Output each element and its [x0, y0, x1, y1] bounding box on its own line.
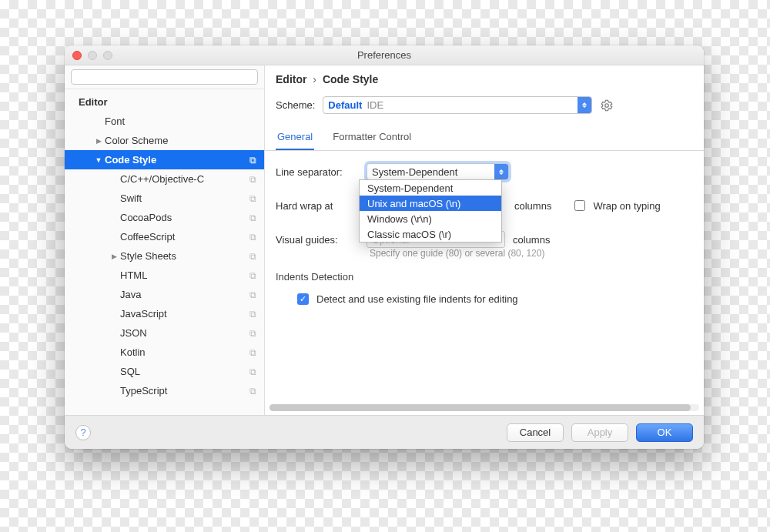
sidebar-item-cocoapods[interactable]: CocoaPods⧉ — [65, 208, 264, 227]
copy-icon: ⧉ — [249, 328, 256, 339]
scheme-label: Scheme: — [276, 99, 315, 111]
sidebar-item-label: Kotlin — [120, 346, 146, 358]
scheme-row: Scheme: Default IDE — [265, 92, 704, 126]
sidebar-item-json[interactable]: JSON⧉ — [65, 323, 264, 343]
visual-guides-unit: columns — [513, 234, 550, 246]
sidebar-item-label: CocoaPods — [120, 212, 172, 223]
horizontal-scrollbar[interactable] — [265, 404, 704, 415]
detect-indents-label: Detect and use existing file indents for… — [316, 293, 518, 305]
tab-formatter-control[interactable]: Formatter Control — [331, 126, 413, 150]
line-separator-row: Line separator: System-Dependent — [276, 163, 693, 180]
sidebar-item-label: TypeScript — [120, 385, 167, 396]
sidebar-item-label: Editor — [79, 96, 108, 108]
sidebar-item-label: HTML — [120, 269, 147, 281]
sidebar-item-label: Code Style — [105, 154, 156, 166]
sidebar-item-html[interactable]: HTML⧉ — [65, 266, 264, 285]
line-separator-label: Line separator: — [276, 166, 359, 178]
dropdown-arrows-icon — [578, 97, 591, 113]
copy-icon: ⧉ — [249, 366, 256, 377]
sidebar-item-sql[interactable]: SQL⧉ — [65, 362, 264, 381]
hard-wrap-unit: columns — [514, 200, 551, 212]
sidebar-item-swift[interactable]: Swift⧉ — [65, 189, 264, 208]
window-body: Editor Font▶Color Scheme▼Code Style⧉C/C+… — [65, 65, 704, 415]
detect-indents-row: ✓ Detect and use existing file indents f… — [297, 293, 693, 305]
sidebar-item-java[interactable]: Java⧉ — [65, 285, 264, 304]
copy-icon: ⧉ — [249, 232, 256, 243]
line-separator-option[interactable]: Classic macOS (\r) — [360, 226, 501, 242]
sidebar-item-label: Swift — [120, 192, 142, 204]
help-icon[interactable]: ? — [75, 425, 91, 440]
sidebar-item-color-scheme[interactable]: ▶Color Scheme — [65, 131, 264, 150]
preferences-window: Preferences Editor Font▶Color Scheme▼Cod… — [65, 45, 704, 449]
copy-icon: ⧉ — [249, 289, 256, 300]
copy-icon: ⧉ — [249, 309, 256, 320]
sidebar-tree[interactable]: Editor Font▶Color Scheme▼Code Style⧉C/C+… — [65, 89, 264, 415]
sidebar: Editor Font▶Color Scheme▼Code Style⧉C/C+… — [65, 65, 265, 415]
breadcrumb-codestyle: Code Style — [323, 73, 378, 85]
sidebar-item-coffeescript[interactable]: CoffeeScript⧉ — [65, 227, 264, 246]
indents-detection-title: Indents Detection — [276, 271, 693, 283]
hard-wrap-label: Hard wrap at — [276, 200, 359, 212]
main-panel: Editor › Code Style Scheme: Default IDE — [265, 65, 704, 415]
line-separator-select[interactable]: System-Dependent — [367, 163, 509, 180]
scheme-value: Default — [328, 99, 362, 111]
scheme-scope: IDE — [367, 99, 383, 111]
sidebar-item-label: JSON — [120, 327, 147, 339]
copy-icon: ⧉ — [249, 212, 256, 223]
sidebar-item-c-c-objective-c[interactable]: C/C++/Objective-C⧉ — [65, 169, 264, 189]
copy-icon: ⧉ — [249, 347, 256, 358]
sidebar-item-label: C/C++/Objective-C — [120, 173, 204, 185]
form: Line separator: System-Dependent System-… — [265, 151, 704, 311]
copy-icon: ⧉ — [249, 251, 256, 262]
search-input[interactable] — [71, 69, 258, 85]
sidebar-item-label: CoffeeScript — [120, 231, 175, 243]
sidebar-item-typescript[interactable]: TypeScript⧉ — [65, 381, 264, 400]
detect-indents-checkbox[interactable]: ✓ — [297, 293, 309, 305]
sidebar-item-label: Style Sheets — [120, 250, 176, 262]
copy-icon: ⧉ — [249, 270, 256, 281]
line-separator-option[interactable]: System-Dependent — [360, 180, 501, 196]
sidebar-item-label: Font — [105, 115, 125, 127]
tabs: General Formatter Control — [265, 126, 704, 151]
sidebar-item-kotlin[interactable]: Kotlin⧉ — [65, 343, 264, 362]
sidebar-item-editor[interactable]: Editor — [65, 92, 264, 112]
gear-icon[interactable] — [600, 99, 614, 112]
line-separator-dropdown[interactable]: System-DependentUnix and macOS (\n)Windo… — [359, 179, 502, 243]
visual-guides-hint: Specify one guide (80) or several (80, 1… — [370, 248, 693, 259]
scheme-select[interactable]: Default IDE — [323, 96, 592, 114]
apply-button[interactable]: Apply — [571, 423, 628, 442]
sidebar-item-label: JavaScript — [120, 308, 167, 320]
sidebar-item-font[interactable]: Font — [65, 112, 264, 131]
copy-icon: ⧉ — [249, 193, 256, 204]
sidebar-item-label: SQL — [120, 366, 140, 377]
wrap-on-typing-checkbox[interactable] — [574, 200, 585, 211]
window-title: Preferences — [65, 49, 704, 61]
copy-icon: ⧉ — [249, 174, 256, 185]
copy-icon: ⧉ — [249, 155, 256, 166]
cancel-button[interactable]: Cancel — [507, 423, 564, 442]
search-wrap — [65, 65, 264, 89]
line-separator-option[interactable]: Unix and macOS (\n) — [360, 196, 501, 211]
chevron-down-icon: ▼ — [94, 156, 103, 164]
svg-point-2 — [605, 103, 609, 107]
sidebar-item-code-style[interactable]: ▼Code Style⧉ — [65, 150, 264, 169]
chevron-right-icon: ▶ — [94, 137, 103, 145]
sidebar-item-label: Java — [120, 289, 141, 300]
footer: ? Cancel Apply OK — [65, 415, 704, 449]
sidebar-item-style-sheets[interactable]: ▶Style Sheets⧉ — [65, 246, 264, 266]
visual-guides-label: Visual guides: — [276, 234, 359, 246]
breadcrumb-separator: › — [313, 73, 316, 85]
breadcrumb: Editor › Code Style — [265, 65, 704, 92]
dropdown-arrows-icon — [494, 164, 508, 179]
copy-icon: ⧉ — [249, 386, 256, 396]
line-separator-value: System-Dependent — [372, 166, 457, 178]
titlebar: Preferences — [65, 45, 704, 65]
line-separator-option[interactable]: Windows (\r\n) — [360, 211, 501, 226]
sidebar-item-javascript[interactable]: JavaScript⧉ — [65, 304, 264, 323]
tab-general[interactable]: General — [276, 126, 314, 150]
ok-button[interactable]: OK — [636, 423, 693, 442]
wrap-on-typing-label: Wrap on typing — [593, 200, 660, 212]
breadcrumb-editor: Editor — [276, 73, 306, 85]
chevron-right-icon: ▶ — [109, 253, 119, 260]
sidebar-item-label: Color Scheme — [105, 135, 168, 146]
